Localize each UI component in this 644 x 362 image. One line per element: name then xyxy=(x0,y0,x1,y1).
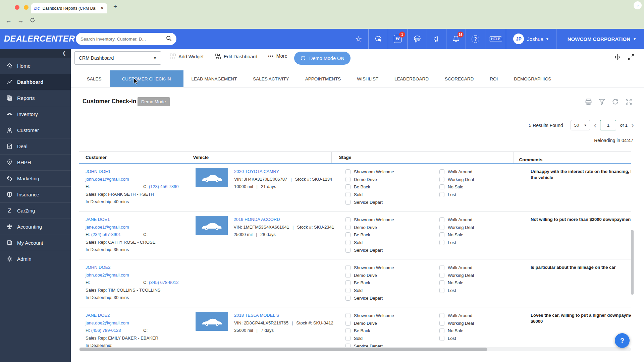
word-tracks-icon[interactable]: W 1 xyxy=(388,29,407,49)
sms-icon[interactable]: SMS xyxy=(407,29,427,49)
checkbox-icon[interactable] xyxy=(439,232,444,237)
chat-icon[interactable] xyxy=(368,29,388,49)
stage-option-demo-drive[interactable]: Demo Drive xyxy=(345,272,439,279)
checkbox-icon[interactable] xyxy=(439,184,444,189)
tab-scorecard[interactable]: SCORECARD xyxy=(437,70,482,87)
search-input[interactable] xyxy=(80,37,166,42)
checkbox-icon[interactable] xyxy=(345,288,351,293)
stage-option-service-depart[interactable]: Service Depart xyxy=(345,198,439,206)
stage-option-sold[interactable]: Sold xyxy=(345,191,439,198)
checkbox-icon[interactable] xyxy=(345,273,351,278)
tab-sales[interactable]: SALES xyxy=(79,70,110,87)
stage-option-be-back[interactable]: Be Back xyxy=(345,279,439,287)
customer-email-link[interactable]: jane.doe2@gmail.com xyxy=(86,320,129,325)
tab-search-icon[interactable]: ⌄ xyxy=(634,1,642,9)
sidebar-item-dashboard[interactable]: Dashboard xyxy=(0,74,71,90)
close-window-button[interactable] xyxy=(15,5,19,10)
sidebar-item-bhph[interactable]: $BHPH xyxy=(0,154,71,170)
stage-option-showroom-welcome[interactable]: Showroom Welcome xyxy=(345,312,439,319)
stage-option-working-deal[interactable]: Working Deal xyxy=(439,224,474,231)
notifications-bell-icon[interactable]: 16 xyxy=(446,29,466,49)
checkbox-icon[interactable] xyxy=(439,328,444,333)
stage-option-be-back[interactable]: Be Back xyxy=(345,183,439,191)
filter-icon[interactable] xyxy=(598,98,605,107)
checkbox-icon[interactable] xyxy=(345,200,351,205)
vehicle-photo[interactable] xyxy=(196,168,228,187)
stage-option-working-deal[interactable]: Working Deal xyxy=(439,319,474,327)
sidebar-item-reports[interactable]: Reports xyxy=(0,90,71,106)
more-button[interactable]: ••• More xyxy=(268,53,287,59)
checkbox-icon[interactable] xyxy=(439,313,444,318)
vehicle-photo[interactable] xyxy=(196,216,228,235)
stage-option-demo-drive[interactable]: Demo Drive xyxy=(345,319,439,327)
checkbox-icon[interactable] xyxy=(345,217,351,222)
sidebar-item-my-account[interactable]: $My Account xyxy=(0,235,71,251)
new-tab-button[interactable]: + xyxy=(113,4,117,9)
stage-option-be-back[interactable]: Be Back xyxy=(345,327,439,335)
checkbox-icon[interactable] xyxy=(439,240,444,245)
sidebar-item-deal[interactable]: Deal xyxy=(0,138,71,154)
company-selector[interactable]: NOWCOM CORPORATION ▼ xyxy=(556,29,644,49)
sidebar-item-carzing[interactable]: ZCarZing xyxy=(0,202,71,219)
column-header-stage[interactable]: Stage xyxy=(331,152,514,163)
prev-page-icon[interactable]: ‹ xyxy=(594,122,596,129)
sidebar-item-inventory[interactable]: Inventory xyxy=(0,106,71,122)
page-number-input[interactable] xyxy=(600,120,616,130)
favorites-star-icon[interactable]: ☆ xyxy=(349,29,368,49)
forward-icon[interactable]: → xyxy=(17,17,24,24)
checkbox-icon[interactable] xyxy=(439,273,444,278)
sidebar-collapse-chevron[interactable]: ❮ xyxy=(0,49,71,58)
help-icon[interactable]: HELP xyxy=(485,29,506,49)
stage-option-service-depart[interactable]: Service Depart xyxy=(345,294,439,302)
refresh-icon[interactable] xyxy=(612,98,619,107)
stage-option-be-back[interactable]: Be Back xyxy=(345,231,439,239)
expand-icon[interactable] xyxy=(625,98,632,107)
add-widget-button[interactable]: Add Widget xyxy=(169,53,204,60)
vehicle-photo[interactable] xyxy=(196,312,228,331)
checkbox-icon[interactable] xyxy=(345,265,351,270)
column-header-comments[interactable]: Comments xyxy=(514,152,631,163)
home-phone-link[interactable]: (456) 789-0123 xyxy=(91,328,121,333)
question-help-icon[interactable]: ? xyxy=(466,29,485,49)
tab-lead-management[interactable]: LEAD MANAGEMENT xyxy=(183,70,245,87)
checkbox-icon[interactable] xyxy=(345,344,351,347)
print-icon[interactable] xyxy=(585,98,592,107)
checkbox-icon[interactable] xyxy=(345,248,351,253)
minimize-window-button[interactable] xyxy=(24,5,29,10)
sidebar-item-insurance[interactable]: Insurance xyxy=(0,186,71,202)
sidebar-item-marketing[interactable]: Marketing xyxy=(0,170,71,186)
next-page-icon[interactable]: › xyxy=(631,122,634,129)
tab-close-icon[interactable]: ✕ xyxy=(100,6,104,11)
stage-option-showroom-welcome[interactable]: Showroom Welcome xyxy=(345,168,439,176)
checkbox-icon[interactable] xyxy=(439,321,444,326)
customer-name-link[interactable]: JANE DOE2 xyxy=(86,313,110,318)
checkbox-icon[interactable] xyxy=(439,288,444,293)
dashboard-selector[interactable]: CRM Dashboard ▼ xyxy=(74,51,161,65)
back-icon[interactable]: ← xyxy=(5,17,12,24)
sidebar-item-home[interactable]: Home xyxy=(0,58,71,74)
stage-option-showroom-welcome[interactable]: Showroom Welcome xyxy=(345,216,439,224)
stage-option-showroom-welcome[interactable]: Showroom Welcome xyxy=(345,264,439,272)
stage-option-demo-drive[interactable]: Demo Drive xyxy=(345,176,439,183)
tab-roi[interactable]: ROI xyxy=(482,70,506,87)
checkbox-icon[interactable] xyxy=(345,280,351,285)
checkbox-icon[interactable] xyxy=(345,169,351,174)
reload-icon[interactable] xyxy=(30,17,36,25)
stage-option-walk-around[interactable]: Walk Around xyxy=(439,216,474,224)
customer-name-link[interactable]: JANE DOE1 xyxy=(86,217,110,222)
announcements-icon[interactable] xyxy=(427,29,446,49)
checkbox-icon[interactable] xyxy=(439,265,444,270)
search-icon[interactable] xyxy=(166,36,172,43)
stage-option-walk-around[interactable]: Walk Around xyxy=(439,312,474,319)
stage-option-lost[interactable]: Lost xyxy=(439,191,474,198)
checkbox-icon[interactable] xyxy=(345,184,351,189)
home-phone-link[interactable]: (234) 567-8901 xyxy=(91,232,121,237)
page-size-select[interactable]: 50▼ xyxy=(571,120,590,130)
tab-leaderboard[interactable]: LEADERBOARD xyxy=(386,70,437,87)
edit-dashboard-button[interactable]: Edit Dashboard xyxy=(215,53,257,60)
browser-tab[interactable]: Dc Dashboard Reports (CRM Das ✕ xyxy=(31,3,107,13)
checkbox-icon[interactable] xyxy=(345,328,351,333)
checkbox-icon[interactable] xyxy=(345,232,351,237)
vehicle-title-link[interactable]: 2018 TESLA MODEL S xyxy=(234,312,333,319)
cell-phone-link[interactable]: (123) 456-7890 xyxy=(149,184,179,189)
